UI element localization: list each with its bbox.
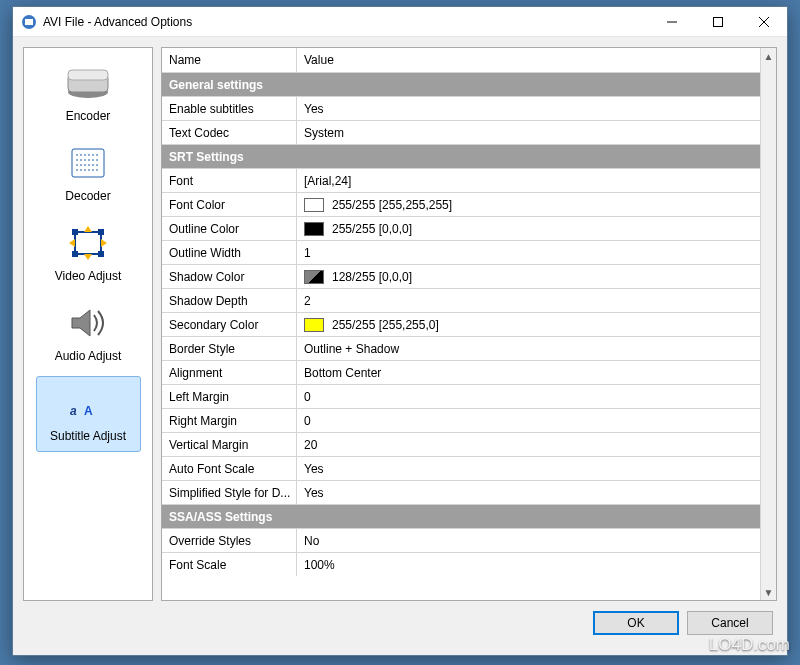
property-name: Right Margin [162,409,297,432]
sidebar: Encoder Decoder [23,47,153,601]
property-value[interactable]: System [297,121,760,144]
svg-text:A: A [84,404,93,418]
svg-marker-23 [72,310,90,336]
property-name: Border Style [162,337,297,360]
sidebar-item-audio-adjust[interactable]: Audio Adjust [36,296,141,372]
property-value[interactable]: 255/255 [255,255,0] [297,313,760,336]
color-swatch [304,222,324,236]
sidebar-item-subtitle-adjust[interactable]: a A Subtitle Adjust [36,376,141,452]
svg-marker-17 [69,239,75,247]
property-row[interactable]: Border StyleOutline + Shadow [162,336,760,360]
sidebar-item-decoder[interactable]: Decoder [36,136,141,212]
property-grid: NameValueGeneral settingsEnable subtitle… [161,47,777,601]
property-row[interactable]: AlignmentBottom Center [162,360,760,384]
sidebar-item-label: Subtitle Adjust [50,429,126,443]
property-row[interactable]: Text CodecSystem [162,120,760,144]
window-title: AVI File - Advanced Options [43,15,649,29]
sidebar-item-label: Audio Adjust [55,349,122,363]
window-controls [649,7,787,37]
property-value[interactable]: Outline + Shadow [297,337,760,360]
property-row[interactable]: Shadow Depth2 [162,288,760,312]
section-header: SRT Settings [162,144,760,168]
dialog-content: Encoder Decoder [13,37,787,655]
property-value[interactable]: 1 [297,241,760,264]
property-row[interactable]: Simplified Style for D...Yes [162,480,760,504]
property-row[interactable]: Font Color255/255 [255,255,255] [162,192,760,216]
property-row[interactable]: Right Margin0 [162,408,760,432]
property-value[interactable]: 20 [297,433,760,456]
property-value[interactable]: Yes [297,481,760,504]
property-name: Auto Font Scale [162,457,297,480]
audio-adjust-icon [64,303,112,343]
property-value[interactable]: Yes [297,457,760,480]
property-row[interactable]: Shadow Color128/255 [0,0,0] [162,264,760,288]
property-row[interactable]: Outline Width1 [162,240,760,264]
watermark: LO4D.com [709,635,790,655]
encoder-icon [64,63,112,103]
property-row[interactable]: Outline Color255/255 [0,0,0] [162,216,760,240]
property-name: Font Color [162,193,297,216]
property-value[interactable]: 255/255 [255,255,255] [297,193,760,216]
color-swatch [304,198,324,212]
cancel-button[interactable]: Cancel [687,611,773,635]
svg-rect-3 [714,17,723,26]
property-value[interactable]: [Arial,24] [297,169,760,192]
svg-marker-15 [84,226,92,232]
property-name: Secondary Color [162,313,297,336]
property-value[interactable]: No [297,529,760,552]
scroll-up-icon[interactable]: ▲ [761,48,776,64]
titlebar[interactable]: AVI File - Advanced Options [13,7,787,37]
property-row[interactable]: Font Scale100% [162,552,760,576]
property-row[interactable]: Auto Font ScaleYes [162,456,760,480]
vertical-scrollbar[interactable]: ▲ ▼ [760,48,776,600]
property-value[interactable]: 128/255 [0,0,0] [297,265,760,288]
property-name: Shadow Color [162,265,297,288]
app-icon [21,14,37,30]
property-value[interactable]: 2 [297,289,760,312]
property-value[interactable]: Bottom Center [297,361,760,384]
decoder-icon [64,143,112,183]
dialog-button-bar: OK Cancel [23,601,777,645]
section-header: SSA/ASS Settings [162,504,760,528]
close-button[interactable] [741,7,787,37]
svg-rect-20 [98,229,104,235]
property-name: Outline Width [162,241,297,264]
property-value[interactable]: 0 [297,409,760,432]
property-row[interactable]: Secondary Color255/255 [255,255,0] [162,312,760,336]
sidebar-item-video-adjust[interactable]: Video Adjust [36,216,141,292]
sidebar-item-encoder[interactable]: Encoder [36,56,141,132]
maximize-button[interactable] [695,7,741,37]
property-name: Font [162,169,297,192]
video-adjust-icon [64,223,112,263]
svg-rect-14 [75,232,101,254]
property-value[interactable]: 0 [297,385,760,408]
main-area: Encoder Decoder [23,47,777,601]
property-name: Enable subtitles [162,97,297,120]
property-row[interactable]: Left Margin0 [162,384,760,408]
property-name: Font Scale [162,553,297,576]
svg-marker-18 [101,239,107,247]
property-name: Simplified Style for D... [162,481,297,504]
property-row[interactable]: Font[Arial,24] [162,168,760,192]
svg-rect-19 [72,229,78,235]
column-header-name[interactable]: Name [162,48,297,72]
property-name: Shadow Depth [162,289,297,312]
scroll-down-icon[interactable]: ▼ [761,584,776,600]
sidebar-item-label: Decoder [65,189,110,203]
subtitle-adjust-icon: a A [64,383,112,423]
property-value[interactable]: Yes [297,97,760,120]
property-value[interactable]: 100% [297,553,760,576]
sidebar-item-label: Video Adjust [55,269,122,283]
svg-text:a: a [70,404,77,418]
column-header-value[interactable]: Value [297,48,760,72]
svg-rect-9 [72,149,104,177]
property-name: Alignment [162,361,297,384]
color-swatch [304,270,324,284]
minimize-button[interactable] [649,7,695,37]
property-value[interactable]: 255/255 [0,0,0] [297,217,760,240]
ok-button[interactable]: OK [593,611,679,635]
sidebar-item-label: Encoder [66,109,111,123]
property-row[interactable]: Override StylesNo [162,528,760,552]
property-row[interactable]: Enable subtitlesYes [162,96,760,120]
property-row[interactable]: Vertical Margin20 [162,432,760,456]
